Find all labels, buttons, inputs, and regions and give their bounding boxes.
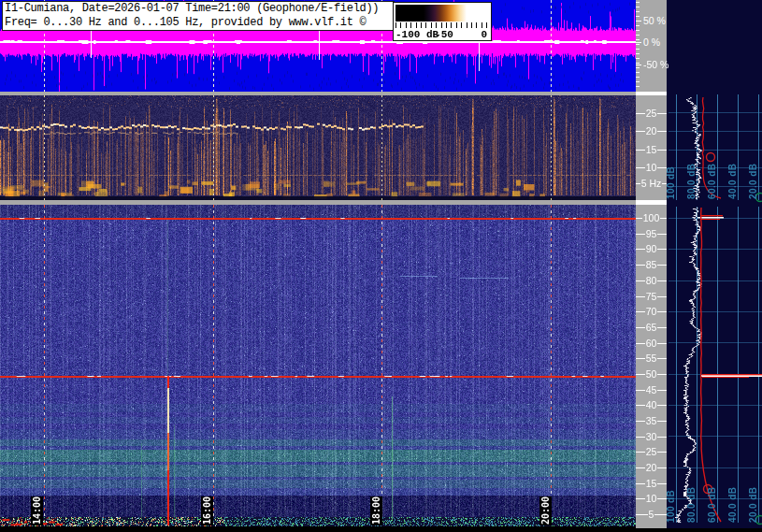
spec2-tick-45: 45 xyxy=(636,384,667,395)
amplitude-tick-neg50: -50 % xyxy=(636,59,669,70)
colorbar-ticks xyxy=(395,22,489,28)
separator-scale-gap xyxy=(636,92,667,95)
separator-waveform-spectrogram xyxy=(0,92,667,95)
spectrogram-0-105hz xyxy=(0,205,636,528)
spec2-tick-100: 100 xyxy=(636,212,667,223)
db-colorbar: -100 dB -50 0 xyxy=(393,2,492,41)
title-line-2: Freq= 0...30 Hz and 0...105 Hz, provided… xyxy=(5,16,392,30)
spec2-tick-85: 85 xyxy=(636,259,667,270)
spec2-tick-20: 20 xyxy=(636,462,667,473)
time-label-1800: 18:00 xyxy=(370,496,382,525)
colorbar-gradient xyxy=(395,5,489,22)
spec2-tick-55: 55 xyxy=(636,352,667,364)
spec2-tick-15: 15 xyxy=(636,478,667,489)
spec2-tick-30: 30 xyxy=(636,431,667,442)
frequency-scale-column: 50 % 0 % -50 % 25 20 15 10 5 Hz 100 95 9… xyxy=(636,0,667,528)
separator-spectrograms xyxy=(0,200,667,205)
spec2-tick-60: 60 xyxy=(636,338,667,349)
spectrum-panel xyxy=(667,0,762,528)
db-label-b-20: 20.0 dB xyxy=(748,487,758,523)
spec2-tick-80: 80 xyxy=(636,275,667,286)
spec2-tick-50: 50 xyxy=(636,368,667,380)
spec1-tick-5: 5 Hz xyxy=(636,178,667,189)
time-label-1400: 14:00 xyxy=(31,496,43,525)
spec1-tick-15: 15 xyxy=(636,144,667,155)
vlf-monitor-window: 50 % 0 % -50 % 25 20 15 10 5 Hz 100 95 9… xyxy=(0,0,762,532)
db-label-b-40: 40.0 dB xyxy=(727,487,738,523)
db-label-a-40: 40.0 dB xyxy=(727,164,738,199)
spectrogram-0-30hz xyxy=(0,95,636,200)
db-label-b-60: 60.0 dB xyxy=(707,487,717,523)
colorbar-max-label: 0 xyxy=(481,29,487,40)
spec1-tick-10: 10 xyxy=(636,162,667,173)
db-label-a-60: 60.0 dB xyxy=(707,164,717,199)
db-label-a-100: 100 dB xyxy=(666,166,676,199)
spec2-tick-10: 10 xyxy=(636,493,667,504)
spec1-tick-25: 25 xyxy=(636,108,667,119)
amplitude-tick-50: 50 % xyxy=(636,15,666,26)
colorbar-min-label: -100 dB xyxy=(395,29,439,40)
title-line-1: I1-Cumiana, Date=2026-01-07 Time=21:00 (… xyxy=(5,2,392,16)
separator-scale-gap xyxy=(636,200,667,205)
spec2-tick-35: 35 xyxy=(636,415,667,426)
time-label-1600: 16:00 xyxy=(201,496,213,525)
spec2-tick-25: 25 xyxy=(636,446,667,457)
time-label-2000: 20:00 xyxy=(539,496,552,525)
spec2-tick-40: 40 xyxy=(636,399,667,410)
amplitude-tick-0: 0 % xyxy=(636,36,660,48)
station-title-box: I1-Cumiana, Date=2026-01-07 Time=21:00 (… xyxy=(2,1,395,31)
spec1-tick-20: 20 xyxy=(636,125,667,137)
colorbar-mid-label: -50 xyxy=(435,29,453,40)
spec2-tick-95: 95 xyxy=(636,228,667,239)
spec2-tick-65: 65 xyxy=(636,322,667,333)
db-label-b-80: 80.0 dB xyxy=(686,487,697,523)
spec2-tick-75: 75 xyxy=(636,291,667,302)
spec2-tick-70: 70 xyxy=(636,306,667,317)
db-label-b-100: 100 dB xyxy=(666,490,676,523)
db-label-a-20: 20.0 dB xyxy=(748,164,758,199)
db-label-a-80: 80.0 dB xyxy=(686,164,697,199)
spec2-tick-5: 5 xyxy=(636,509,667,520)
spec2-tick-90: 90 xyxy=(636,243,667,254)
